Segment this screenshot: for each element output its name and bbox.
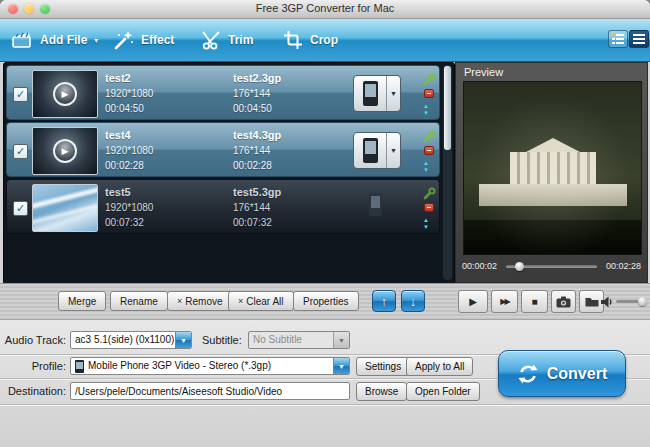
source-name: test5 bbox=[105, 185, 153, 200]
video-thumbnail: ▶ bbox=[32, 127, 98, 175]
open-folder-button[interactable]: Open Folder bbox=[406, 382, 480, 401]
list-view-toggle-button[interactable] bbox=[608, 30, 628, 48]
move-up-button[interactable]: ↑ bbox=[372, 290, 396, 312]
clear-all-button[interactable]: × Clear All bbox=[228, 291, 294, 311]
phone-icon[interactable] bbox=[369, 193, 382, 216]
rename-label: Rename bbox=[120, 296, 158, 307]
subtitle-select[interactable]: No Subtitle ▼ bbox=[248, 331, 350, 349]
reorder-down-icon[interactable]: ▼ bbox=[423, 224, 429, 231]
trim-button[interactable]: Trim bbox=[200, 27, 253, 53]
source-resolution: 1920*1080 bbox=[105, 200, 153, 215]
browse-label: Browse bbox=[365, 386, 398, 397]
apply-to-all-button[interactable]: Apply to All bbox=[406, 357, 473, 376]
action-bar: Merge Rename × Remove × Clear All Proper… bbox=[0, 283, 650, 320]
file-row[interactable]: ✓ test5 1920*1080 00:07:32 test5.3gp 176… bbox=[6, 179, 440, 234]
play-overlay-icon[interactable]: ▶ bbox=[53, 82, 77, 106]
list-lines-icon bbox=[612, 34, 624, 44]
source-info: test2 1920*1080 00:04:50 bbox=[105, 71, 153, 116]
destination-input[interactable] bbox=[70, 382, 350, 400]
file-row[interactable]: ✓ ▶ test4 1920*1080 00:02:28 test4.3gp 1… bbox=[6, 122, 440, 177]
trim-label: Trim bbox=[228, 33, 253, 47]
chevron-down-icon[interactable]: ▼ bbox=[175, 332, 191, 348]
video-frame-image bbox=[464, 82, 641, 254]
add-file-button[interactable]: Add File ▾ bbox=[10, 27, 98, 53]
phone-icon bbox=[363, 138, 378, 163]
seek-slider[interactable] bbox=[506, 265, 597, 268]
profile-value: Mobile Phone 3GP Video - Stereo (*.3gp) bbox=[84, 358, 333, 374]
settings-label: Settings bbox=[365, 361, 401, 372]
convert-loop-icon bbox=[517, 363, 539, 385]
fast-forward-icon: ▶▶ bbox=[500, 297, 508, 306]
play-overlay-icon[interactable]: ▶ bbox=[53, 139, 77, 163]
trim-scissors-icon bbox=[200, 29, 222, 51]
source-info: test5 1920*1080 00:07:32 bbox=[105, 185, 153, 230]
merge-button[interactable]: Merge bbox=[58, 291, 106, 311]
app-window: Free 3GP Converter for Mac Add File ▾ Ef… bbox=[0, 0, 650, 447]
list-scrollbar[interactable] bbox=[443, 65, 452, 280]
device-profile-button[interactable]: ▼ bbox=[353, 75, 401, 112]
delete-icon[interactable] bbox=[424, 89, 434, 98]
preview-panel: Preview 00:00:02 00:02:28 bbox=[455, 62, 648, 283]
play-button[interactable]: ▶ bbox=[458, 290, 488, 313]
properties-button[interactable]: Properties bbox=[293, 291, 359, 311]
rename-button[interactable]: Rename bbox=[110, 291, 168, 311]
effect-button[interactable]: Effect bbox=[112, 27, 174, 53]
window-title: Free 3GP Converter for Mac bbox=[0, 2, 650, 14]
remove-button[interactable]: × Remove bbox=[167, 291, 233, 311]
chevron-down-icon[interactable]: ▼ bbox=[386, 76, 400, 111]
remove-x-icon: × bbox=[177, 296, 182, 306]
subtitle-value: No Subtitle bbox=[249, 332, 333, 348]
clear-x-icon: × bbox=[238, 296, 243, 306]
move-down-button[interactable]: ↓ bbox=[401, 290, 425, 312]
subtitle-label: Subtitle: bbox=[202, 334, 242, 346]
edit-wrench-icon[interactable] bbox=[422, 73, 436, 87]
stop-button[interactable]: ■ bbox=[521, 290, 548, 313]
output-info: test4.3gp 176*144 00:02:28 bbox=[233, 128, 281, 173]
clear-all-label: Clear All bbox=[246, 296, 283, 307]
device-profile-button[interactable]: ▼ bbox=[353, 132, 401, 169]
output-duration: 00:04:50 bbox=[233, 101, 281, 116]
source-duration: 00:07:32 bbox=[105, 215, 153, 230]
crop-icon bbox=[282, 29, 304, 51]
row-checkbox[interactable]: ✓ bbox=[13, 144, 28, 159]
play-icon: ▶ bbox=[469, 296, 477, 307]
merge-label: Merge bbox=[68, 296, 96, 307]
effect-label: Effect bbox=[141, 33, 174, 47]
snapshot-button[interactable] bbox=[551, 290, 576, 313]
scrollbar-thumb[interactable] bbox=[444, 66, 451, 150]
reorder-up-icon[interactable]: ▲ bbox=[423, 160, 429, 167]
chevron-down-icon[interactable]: ▼ bbox=[333, 358, 349, 374]
file-list: ✓ ▶ test2 1920*1080 00:04:50 test2.3gp 1… bbox=[3, 62, 455, 285]
source-resolution: 1920*1080 bbox=[105, 143, 153, 158]
profile-select[interactable]: Mobile Phone 3GP Video - Stereo (*.3gp) … bbox=[70, 357, 350, 375]
delete-icon[interactable] bbox=[424, 203, 434, 212]
row-checkbox[interactable]: ✓ bbox=[13, 201, 28, 216]
reorder-down-icon[interactable]: ▼ bbox=[423, 110, 429, 117]
volume-thumb[interactable] bbox=[638, 297, 647, 306]
settings-button[interactable]: Settings bbox=[356, 357, 410, 376]
chevron-down-icon[interactable]: ▼ bbox=[386, 133, 400, 168]
file-row[interactable]: ✓ ▶ test2 1920*1080 00:04:50 test2.3gp 1… bbox=[6, 65, 440, 120]
volume-slider[interactable] bbox=[616, 300, 646, 303]
delete-icon[interactable] bbox=[424, 146, 434, 155]
remove-label: Remove bbox=[185, 296, 222, 307]
edit-wrench-icon[interactable] bbox=[422, 187, 436, 201]
thumbnail-view-toggle-button[interactable] bbox=[629, 30, 649, 48]
reorder-up-icon[interactable]: ▲ bbox=[423, 103, 429, 110]
speaker-icon bbox=[601, 295, 613, 309]
browse-button[interactable]: Browse bbox=[356, 382, 407, 401]
output-resolution: 176*144 bbox=[233, 86, 281, 101]
seek-thumb[interactable] bbox=[515, 262, 524, 271]
crop-button[interactable]: Crop bbox=[282, 27, 338, 53]
convert-button[interactable]: Convert bbox=[498, 350, 626, 397]
effect-wand-icon bbox=[112, 29, 135, 51]
source-resolution: 1920*1080 bbox=[105, 86, 153, 101]
output-duration: 00:07:32 bbox=[233, 215, 281, 230]
reorder-down-icon[interactable]: ▼ bbox=[423, 167, 429, 174]
elapsed-time: 00:00:02 bbox=[462, 261, 497, 271]
reorder-up-icon[interactable]: ▲ bbox=[423, 217, 429, 224]
row-checkbox[interactable]: ✓ bbox=[13, 87, 28, 102]
fast-forward-button[interactable]: ▶▶ bbox=[491, 290, 518, 313]
audio-track-select[interactable]: ac3 5.1(side) (0x1100) ▼ bbox=[70, 331, 192, 349]
edit-wrench-icon[interactable] bbox=[422, 130, 436, 144]
